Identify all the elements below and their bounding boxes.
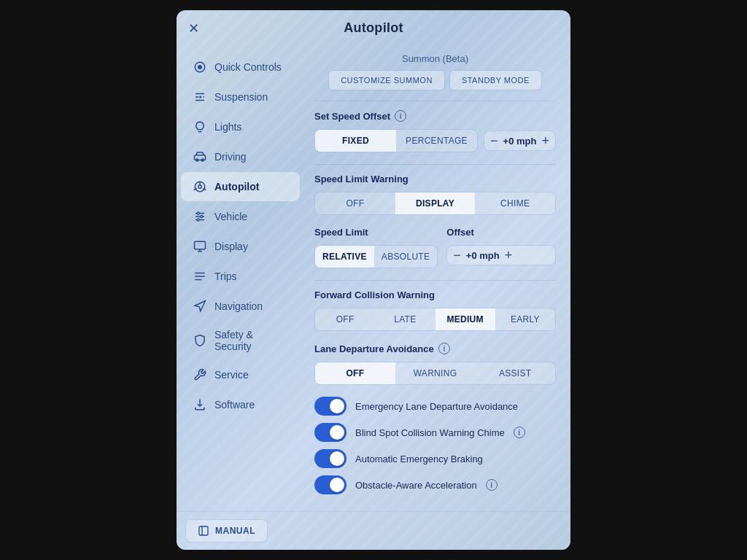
sidebar-item-safety-security[interactable]: Safety & Security bbox=[181, 322, 300, 359]
sidebar-item-trips[interactable]: Trips bbox=[181, 262, 300, 291]
lightbulb-icon bbox=[193, 120, 207, 134]
lda-off-button[interactable]: OFF bbox=[315, 362, 395, 384]
svg-rect-14 bbox=[195, 241, 206, 249]
navigation-icon bbox=[193, 299, 207, 314]
sidebar-item-lights[interactable]: Lights bbox=[181, 112, 300, 141]
speed-offset-info-icon[interactable]: i bbox=[395, 110, 406, 122]
sidebar-label-quick-controls: Quick Controls bbox=[214, 61, 282, 73]
lda-assist-button[interactable]: ASSIST bbox=[475, 362, 555, 384]
divider-3 bbox=[314, 280, 556, 281]
speed-offset-plus-button[interactable]: + bbox=[541, 134, 549, 147]
speed-limit-warning-group: OFF DISPLAY CHIME bbox=[314, 192, 556, 215]
blind-spot-toggle[interactable] bbox=[314, 423, 347, 442]
obstacle-aware-toggle[interactable] bbox=[314, 475, 347, 494]
sidebar-item-autopilot[interactable]: Autopilot bbox=[181, 172, 300, 201]
lda-warning-button[interactable]: WARNING bbox=[395, 362, 476, 384]
sidebar-label-driving: Driving bbox=[214, 151, 247, 163]
sidebar-item-suspension[interactable]: Suspension bbox=[181, 82, 300, 112]
download-icon bbox=[193, 397, 207, 412]
modal-container: ✕ Autopilot Quick Controls Suspension bbox=[177, 10, 570, 550]
sidebar-label-suspension: Suspension bbox=[214, 91, 268, 103]
modal-header: ✕ Autopilot bbox=[177, 10, 570, 46]
speed-limit-group: RELATIVE ABSOLUTE bbox=[314, 245, 438, 268]
sidebar-item-quick-controls[interactable]: Quick Controls bbox=[181, 52, 300, 82]
offset-section: Offset − +0 mph + bbox=[446, 227, 556, 268]
steering-wheel-icon bbox=[193, 179, 207, 194]
speed-offset-minus-button[interactable]: − bbox=[490, 134, 498, 147]
speed-offset-stepper: − +0 mph + bbox=[484, 131, 556, 151]
suspension-icon bbox=[193, 90, 207, 104]
close-button[interactable]: ✕ bbox=[188, 22, 199, 35]
forward-collision-section: Forward Collision Warning OFF LATE MEDIU… bbox=[314, 289, 556, 331]
svg-point-12 bbox=[201, 216, 203, 218]
speed-limit-warning-section: Speed Limit Warning OFF DISPLAY CHIME bbox=[314, 174, 556, 215]
manual-button[interactable]: MANUAL bbox=[185, 519, 268, 542]
sidebar-item-software[interactable]: Software bbox=[181, 390, 300, 419]
auto-emergency-label: Automatic Emergency Braking bbox=[355, 454, 483, 464]
summon-label: Summon (Beta) bbox=[314, 53, 556, 64]
toggle-row-emergency-lane: Emergency Lane Departure Avoidance bbox=[314, 397, 556, 416]
speed-limit-label: Speed Limit bbox=[314, 227, 438, 238]
fcw-early-button[interactable]: EARLY bbox=[495, 308, 555, 330]
lane-departure-info-icon[interactable]: i bbox=[438, 343, 450, 354]
svg-point-7 bbox=[198, 185, 202, 189]
customize-summon-button[interactable]: CUSTOMIZE SUMMON bbox=[328, 70, 445, 90]
sidebar-label-software: Software bbox=[214, 399, 255, 411]
emergency-lane-toggle[interactable] bbox=[314, 397, 347, 416]
shield-icon bbox=[193, 333, 207, 348]
car-icon bbox=[193, 149, 207, 164]
divider-2 bbox=[314, 164, 556, 165]
sidebar-label-lights: Lights bbox=[214, 121, 241, 133]
lane-departure-label: Lane Departure Avoidance i bbox=[314, 343, 556, 354]
divider-1 bbox=[314, 101, 556, 101]
speed-offset-label: Set Speed Offset i bbox=[314, 110, 556, 122]
svg-point-1 bbox=[198, 66, 202, 69]
modal-title: Autopilot bbox=[344, 20, 403, 36]
offset-plus-button[interactable]: + bbox=[505, 249, 513, 262]
relative-button[interactable]: RELATIVE bbox=[315, 246, 374, 268]
offset-label: Offset bbox=[446, 227, 556, 238]
slw-off-button[interactable]: OFF bbox=[315, 192, 395, 214]
wrench-icon bbox=[193, 368, 207, 382]
speed-offset-value: +0 mph bbox=[502, 136, 537, 147]
percentage-button[interactable]: PERCENTAGE bbox=[396, 130, 477, 152]
manual-bar: MANUAL bbox=[177, 511, 570, 550]
obstacle-aware-info-icon[interactable]: i bbox=[486, 479, 498, 491]
speed-offset-section: Set Speed Offset i FIXED PERCENTAGE − +0… bbox=[314, 110, 556, 152]
standby-mode-button[interactable]: STANDBY MODE bbox=[449, 70, 542, 90]
sidebar-item-service[interactable]: Service bbox=[181, 360, 300, 389]
speed-limit-offset-row: Speed Limit RELATIVE ABSOLUTE Offset − +… bbox=[314, 227, 556, 268]
auto-emergency-toggle[interactable] bbox=[314, 449, 347, 468]
svg-point-2 bbox=[199, 96, 201, 98]
speed-limit-warning-label: Speed Limit Warning bbox=[314, 174, 556, 184]
sidebar-item-display[interactable]: Display bbox=[181, 232, 300, 261]
fixed-button[interactable]: FIXED bbox=[315, 130, 396, 152]
sidebar-item-navigation[interactable]: Navigation bbox=[181, 292, 300, 321]
forward-collision-group: OFF LATE MEDIUM EARLY bbox=[314, 308, 556, 331]
fcw-late-button[interactable]: LATE bbox=[375, 308, 435, 330]
emergency-lane-label: Emergency Lane Departure Avoidance bbox=[355, 401, 518, 412]
sidebar-item-driving[interactable]: Driving bbox=[181, 142, 300, 171]
svg-marker-15 bbox=[195, 301, 205, 311]
fcw-off-button[interactable]: OFF bbox=[315, 308, 375, 330]
sidebar-label-display: Display bbox=[214, 241, 248, 252]
toggles-section: Emergency Lane Departure Avoidance Blind… bbox=[314, 397, 556, 494]
manual-label: MANUAL bbox=[215, 526, 255, 536]
sidebar-label-trips: Trips bbox=[214, 271, 237, 282]
offset-minus-button[interactable]: − bbox=[453, 249, 461, 262]
display-icon bbox=[193, 239, 207, 254]
sidebar-label-service: Service bbox=[214, 369, 249, 381]
book-icon bbox=[198, 525, 209, 537]
sidebar-label-navigation: Navigation bbox=[214, 300, 263, 312]
toggle-row-obstacle-aware: Obstacle-Aware Acceleration i bbox=[314, 475, 556, 494]
sidebar-item-vehicle[interactable]: Vehicle bbox=[181, 202, 300, 231]
sidebar-label-autopilot: Autopilot bbox=[214, 181, 259, 192]
slw-chime-button[interactable]: CHIME bbox=[475, 192, 555, 214]
fcw-medium-button[interactable]: MEDIUM bbox=[436, 308, 495, 330]
slw-display-button[interactable]: DISPLAY bbox=[395, 192, 476, 214]
toggle-row-auto-emergency: Automatic Emergency Braking bbox=[314, 449, 556, 468]
blind-spot-info-icon[interactable]: i bbox=[514, 427, 525, 438]
summon-section: Summon (Beta) CUSTOMIZE SUMMON STANDBY M… bbox=[314, 53, 556, 90]
absolute-button[interactable]: ABSOLUTE bbox=[374, 246, 437, 268]
sidebar-label-safety-security: Safety & Security bbox=[214, 329, 288, 352]
